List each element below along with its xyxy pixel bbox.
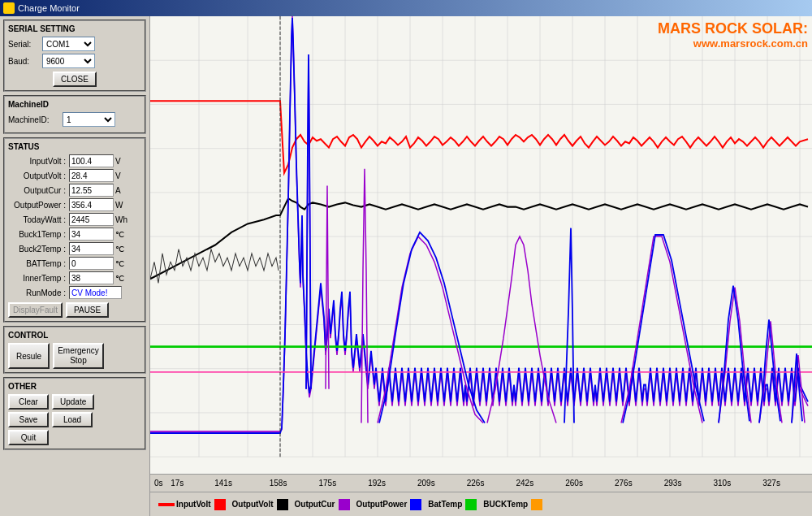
- legend-output-volt-swatch: [277, 499, 288, 510]
- control-title: CONTROL: [8, 331, 141, 340]
- x-tick-11: 293s: [664, 479, 714, 488]
- output-cur-label: OutputCur :: [8, 186, 69, 195]
- buck2-temp-value: 34: [69, 242, 114, 255]
- legend-input-volt: InputVolt: [158, 499, 226, 510]
- today-watt-unit: Wh: [115, 215, 132, 224]
- legend-buck-temp: BUCKTemp: [483, 499, 542, 510]
- legend-bat-temp-label: BatTemp: [428, 500, 462, 509]
- serial-label: Serial:: [8, 40, 41, 49]
- machine-id-row: MachineID: 123: [8, 112, 141, 127]
- machine-id-select[interactable]: 123: [63, 112, 115, 127]
- buck1-temp-value: 34: [69, 228, 114, 241]
- input-volt-unit: V: [115, 157, 132, 166]
- brand-text: MARS ROCK SOLAR: www.marsrock.com.cn: [658, 20, 808, 50]
- bat-temp-unit: ℃: [115, 259, 132, 268]
- output-power-label: OutputPower :: [8, 201, 69, 210]
- title-bar: Charge Monitor: [0, 0, 812, 16]
- legend-output-cur-swatch: [339, 499, 350, 510]
- today-watt-label: TodayWatt :: [8, 215, 69, 224]
- app-icon: [3, 2, 15, 14]
- chart-area: MARS ROCK SOLAR: www.marsrock.com.cn: [150, 16, 812, 516]
- x-tick-2: 141s: [214, 479, 270, 488]
- today-watt-row: TodayWatt : 2445 Wh: [8, 213, 141, 226]
- brand-line2: www.marsrock.com.cn: [658, 37, 808, 50]
- legend-output-power-swatch: [410, 499, 421, 510]
- x-axis: 0s 17s 141s 158s 175s 192s 209s 226s 242…: [150, 474, 812, 492]
- x-tick-1: 17s: [171, 479, 214, 488]
- chart-canvas: MARS ROCK SOLAR: www.marsrock.com.cn: [150, 16, 812, 474]
- output-power-row: OutputPower : 356.4 W: [8, 198, 141, 211]
- chart-svg: [150, 16, 812, 474]
- input-volt-value: 100.4: [69, 154, 114, 167]
- clear-button[interactable]: Clear: [8, 394, 49, 410]
- control-buttons: Resule EmergencyStop: [8, 343, 141, 369]
- legend-buck-temp-swatch: [531, 499, 542, 510]
- other-buttons-row2: Save Load: [8, 412, 141, 427]
- baud-select[interactable]: 96001920038400: [42, 54, 95, 68]
- resume-button[interactable]: Resule: [8, 343, 50, 369]
- x-tick-0: 0s: [154, 479, 171, 488]
- machine-id-panel: MachineID MachineID: 123: [3, 95, 146, 134]
- buck1-temp-row: Buck1Temp : 34 ℃: [8, 228, 141, 241]
- status-title: STATUS: [8, 142, 141, 151]
- baud-label: Baud:: [8, 57, 41, 66]
- output-volt-row: OutputVolt : 28.4 V: [8, 169, 141, 182]
- legend-output-volt: OutputVolt: [232, 499, 288, 510]
- other-title: OTHER: [8, 382, 141, 391]
- output-cur-unit: A: [115, 186, 132, 195]
- quit-button[interactable]: Quit: [8, 430, 49, 445]
- x-tick-3: 158s: [270, 479, 319, 488]
- output-cur-value: 12.55: [69, 184, 114, 197]
- output-power-value: 356.4: [69, 198, 114, 211]
- legend-bat-temp: BatTemp: [428, 499, 477, 510]
- emergency-stop-button[interactable]: EmergencyStop: [53, 343, 104, 369]
- serial-select[interactable]: COM1COM2COM3: [42, 37, 95, 51]
- save-button[interactable]: Save: [8, 412, 49, 427]
- display-fault-button[interactable]: DisplayFault: [8, 302, 63, 318]
- legend-input-volt-color: [158, 503, 175, 506]
- baud-row: Baud: 96001920038400: [8, 54, 141, 68]
- input-volt-label: InputVolt :: [8, 157, 69, 166]
- legend-output-power-label: OutputPower: [356, 500, 408, 509]
- output-power-unit: W: [115, 201, 132, 210]
- inner-temp-unit: ℃: [115, 274, 132, 283]
- fault-pause-row: DisplayFault PAUSE: [8, 302, 141, 318]
- load-button[interactable]: Load: [52, 412, 93, 427]
- quit-row: Quit: [8, 430, 141, 445]
- buck1-temp-label: Buck1Temp :: [8, 230, 69, 239]
- legend-output-cur-label: OutputCur: [295, 500, 335, 509]
- x-tick-12: 310s: [714, 479, 763, 488]
- inner-temp-label: InnerTemp :: [8, 274, 69, 283]
- inner-temp-value: 38: [69, 271, 114, 284]
- bat-temp-label: BATTemp :: [8, 259, 69, 268]
- brand-line1: MARS ROCK SOLAR:: [658, 20, 808, 37]
- status-panel: STATUS InputVolt : 100.4 V OutputVolt : …: [3, 137, 146, 323]
- inner-temp-row: InnerTemp : 38 ℃: [8, 271, 141, 284]
- title-bar-text: Charge Monitor: [18, 3, 80, 13]
- x-tick-6: 209s: [417, 479, 467, 488]
- run-mode-row: RunMode : CV Mode!: [8, 286, 141, 299]
- serial-setting-panel: SERIAL SETTING Serial: COM1COM2COM3 Baud…: [3, 20, 146, 92]
- output-volt-unit: V: [115, 171, 132, 180]
- x-tick-8: 242s: [516, 479, 566, 488]
- machine-id-title: MachineID: [8, 100, 141, 109]
- output-volt-label: OutputVolt :: [8, 171, 69, 180]
- serial-row: Serial: COM1COM2COM3: [8, 37, 141, 51]
- run-mode-value: CV Mode!: [69, 286, 122, 299]
- legend-output-volt-label: OutputVolt: [232, 500, 274, 509]
- serial-setting-title: SERIAL SETTING: [8, 24, 141, 33]
- legend-output-power: OutputPower: [356, 499, 422, 510]
- chart-legend: InputVolt OutputVolt OutputCur OutputPow…: [150, 492, 812, 516]
- close-button[interactable]: CLOSE: [53, 72, 97, 87]
- output-cur-row: OutputCur : 12.55 A: [8, 184, 141, 197]
- input-volt-row: InputVolt : 100.4 V: [8, 154, 141, 167]
- other-panel: OTHER Clear Update Save Load Quit: [3, 377, 146, 450]
- legend-input-volt-label: InputVolt: [176, 500, 211, 509]
- legend-buck-temp-label: BUCKTemp: [483, 500, 528, 509]
- x-tick-7: 226s: [467, 479, 516, 488]
- machine-id-label: MachineID:: [8, 115, 61, 124]
- update-button[interactable]: Update: [52, 394, 94, 410]
- x-tick-13: 327s: [762, 479, 812, 488]
- legend-input-volt-swatch: [214, 499, 226, 510]
- pause-button[interactable]: PAUSE: [66, 302, 109, 318]
